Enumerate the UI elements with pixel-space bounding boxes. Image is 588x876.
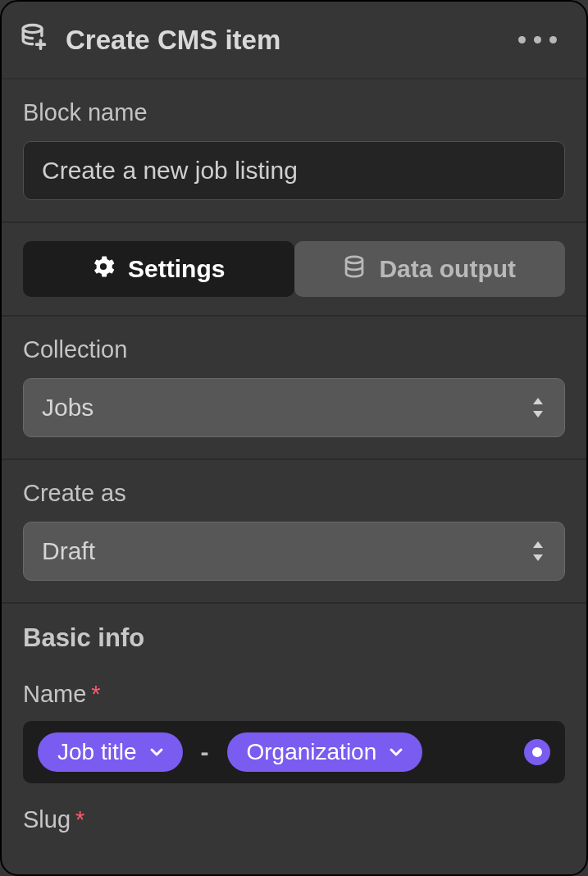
- tab-settings-label: Settings: [128, 255, 225, 283]
- create-as-label: Create as: [23, 480, 565, 507]
- variable-chip-job-title[interactable]: Job title: [38, 732, 183, 772]
- insert-variable-button[interactable]: [524, 739, 550, 765]
- required-asterisk: *: [91, 681, 100, 707]
- name-field-label: Name*: [23, 681, 565, 708]
- name-field-input[interactable]: Job title - Organization: [23, 721, 565, 783]
- tab-settings[interactable]: Settings: [23, 241, 294, 297]
- chevron-down-icon: [388, 744, 404, 760]
- required-asterisk: *: [75, 806, 84, 833]
- collection-select[interactable]: Jobs: [23, 378, 565, 437]
- tab-data-output[interactable]: Data output: [294, 241, 566, 297]
- panel-title: Create CMS item: [66, 25, 280, 56]
- basic-info-heading: Basic info: [23, 623, 565, 653]
- block-name-input[interactable]: [23, 141, 565, 200]
- cms-create-panel: Create CMS item Block name Settings: [0, 0, 588, 876]
- block-name-section: Block name: [2, 80, 586, 223]
- slug-field-label: Slug*: [23, 806, 565, 833]
- create-as-section: Create as Draft: [2, 460, 586, 604]
- tab-bar: Settings Data output: [2, 223, 586, 317]
- create-as-select[interactable]: Draft: [23, 522, 565, 581]
- create-as-select-value: Draft: [42, 537, 95, 565]
- collection-section: Collection Jobs: [2, 317, 586, 460]
- more-options-button[interactable]: [518, 36, 565, 43]
- sort-icon: [530, 540, 546, 563]
- database-icon: [343, 255, 366, 284]
- collection-select-value: Jobs: [42, 394, 93, 422]
- variable-chip-organization[interactable]: Organization: [227, 732, 423, 772]
- chip-separator: -: [201, 738, 209, 766]
- tab-data-output-label: Data output: [379, 255, 516, 283]
- collection-label: Collection: [23, 336, 565, 363]
- block-name-label: Block name: [23, 99, 565, 126]
- gear-icon: [92, 255, 115, 284]
- svg-point-0: [23, 25, 42, 33]
- svg-point-1: [347, 256, 363, 262]
- panel-header: Create CMS item: [2, 2, 586, 80]
- chevron-down-icon: [148, 744, 165, 760]
- sort-icon: [530, 396, 546, 419]
- database-add-icon: [20, 23, 48, 57]
- basic-info-section: Basic info Name* Job title - Organizatio…: [2, 604, 586, 846]
